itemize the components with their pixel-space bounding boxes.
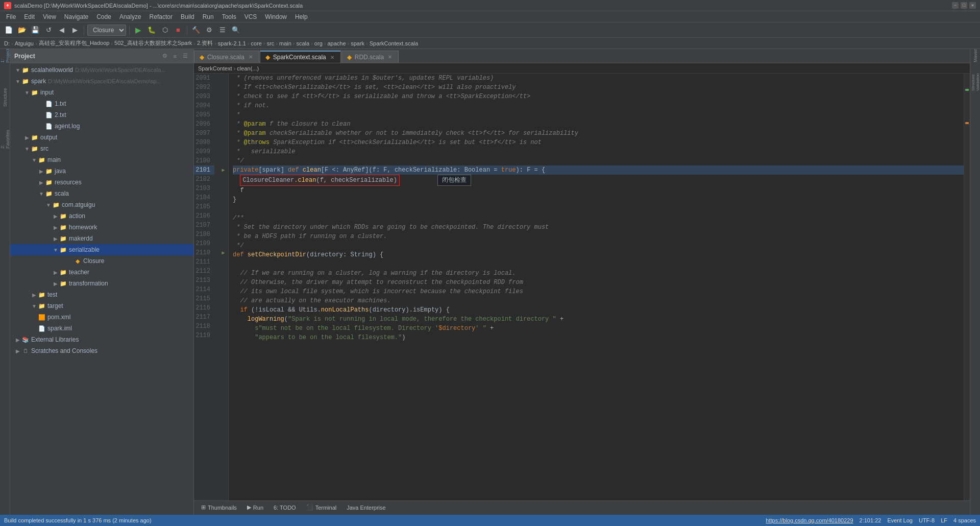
toolbar-open-btn[interactable]: 📂 [16,25,28,36]
search-btn[interactable]: 🔍 [230,25,241,36]
bc-atguigu[interactable]: Atguigu [15,40,34,46]
menu-refactor[interactable]: Refactor [145,12,177,21]
tree-item-label: scala [55,190,69,197]
tree-item-label: Closure [83,257,104,265]
bc-main[interactable]: main [279,40,291,46]
sdk-btn[interactable]: ☰ [217,25,228,36]
tree-main[interactable]: ▼ 📁 main [10,154,193,165]
tree-teacher[interactable]: ▶ 📁 teacher [10,267,193,278]
maven-tool-btn[interactable]: Maven [971,51,980,60]
menu-analyze[interactable]: Analyze [115,12,145,21]
menu-navigate[interactable]: Navigate [60,12,92,21]
menu-help[interactable]: Help [291,12,312,21]
toolbar-save-btn[interactable]: 💾 [30,25,41,36]
tree-closure[interactable]: ◆ Closure [10,255,193,267]
menu-window[interactable]: Window [261,12,291,21]
maximize-button[interactable]: □ [961,2,967,9]
run-config-dropdown[interactable]: Closure [87,25,126,36]
tree-spark[interactable]: ▼ 📁 spark D:\MyWork\WorkSpaceIDEA\scalaD… [10,76,193,87]
gear-icon[interactable]: ⚙ [161,52,169,60]
build-btn[interactable]: 🔨 [190,25,202,36]
toolbar-forward-btn[interactable]: ▶ [69,25,81,36]
tab-rdd-close[interactable]: ✕ [387,54,393,60]
stop-button[interactable]: ■ [173,25,184,36]
tree-makerdd[interactable]: ▶ 📁 makerdd [10,233,193,244]
tree-input[interactable]: ▼ 📁 input [10,87,193,98]
settings-btn[interactable]: ⚙ [204,25,215,36]
tree-test[interactable]: ▶ 📁 test [10,289,193,300]
window-controls[interactable]: − □ ✕ [952,2,976,9]
tree-2txt[interactable]: 📄 2.txt [10,109,193,121]
tab-sparkcontext-close[interactable]: ✕ [329,54,335,60]
run-with-coverage-btn[interactable]: ⬡ [159,25,170,36]
minimize-button[interactable]: − [952,2,959,9]
bc-spark[interactable]: 502_高硅谷大数据技术之Spark [114,39,192,47]
tree-1txt[interactable]: 📄 1.txt [10,98,193,109]
tree-homework[interactable]: ▶ 📁 homework [10,222,193,233]
event-log-btn[interactable]: Event Log [887,517,913,523]
bc-hadoop[interactable]: 高硅谷_安装程序包_Hadoop [39,39,110,47]
status-link[interactable]: https://blog.csdn.qq.com/40180229 [766,517,853,523]
tab-closure-close[interactable]: ✕ [248,54,254,60]
bottom-tab-terminal[interactable]: ⬛ Terminal [303,503,340,513]
toolbar-back-btn[interactable]: ◀ [56,25,67,36]
bc-apache[interactable]: apache [327,40,346,46]
tree-resources[interactable]: ▶ 📁 resources [10,177,193,188]
bc-d[interactable]: D: [4,40,10,46]
menu-tools[interactable]: Tools [218,12,240,21]
tree-action[interactable]: ▶ 📁 action [10,210,193,222]
bc-core[interactable]: core [251,40,262,46]
debug-button[interactable]: 🐛 [146,25,157,36]
bc-spark-pkg[interactable]: spark [351,40,364,46]
close-button[interactable]: ✕ [969,2,976,9]
code-content[interactable]: * (removes unreferenced variables in $ou… [229,74,964,500]
bottom-tab-run[interactable]: ▶ Run [244,503,266,513]
bc-org[interactable]: org [314,40,323,46]
settings-icon[interactable]: ☰ [181,52,189,60]
project-panel-toggle[interactable]: 1: Project [1,51,10,60]
tree-com-atguigu[interactable]: ▼ 📁 com.atguigu [10,199,193,210]
menu-run[interactable]: Run [199,12,218,21]
menu-file[interactable]: File [2,12,20,21]
bc-src[interactable]: src [267,40,275,46]
bottom-tab-thumbnails[interactable]: ⊞ Thumbnails [198,503,240,513]
tab-closure[interactable]: ◆ Closure.scala ✕ [194,51,259,63]
editor-bc-sparkcontext[interactable]: SparkContext [198,65,232,71]
bc-scala[interactable]: scala [297,40,310,46]
tree-scratches[interactable]: ▶ 🗒 Scratches and Consoles [10,345,193,356]
tree-sparkiml[interactable]: 📄 spark.iml [10,323,193,334]
menu-edit[interactable]: Edit [20,12,39,21]
bottom-tab-java-enterprise[interactable]: Java Enterprise [344,504,388,513]
tab-sparkcontext[interactable]: ◆ SparkContext.scala ✕ [260,51,341,63]
menu-vcs[interactable]: VCS [240,12,261,21]
toolbar-refresh-btn[interactable]: ↺ [43,25,54,36]
tree-pomxml[interactable]: 🟧 pom.xml [10,312,193,323]
tree-src[interactable]: ▼ 📁 src [10,143,193,154]
editor-bc-clean[interactable]: clean(...) [237,65,259,71]
run-button[interactable]: ▶ [133,25,144,36]
tree-item-label: 2.txt [55,111,66,118]
favorites-panel-toggle[interactable]: 2: Favorites [1,135,10,144]
tree-output[interactable]: ▶ 📁 output [10,132,193,143]
tree-scala[interactable]: ▼ 📁 scala [10,188,193,199]
structure-validation-btn[interactable]: Structure Validation [971,78,980,87]
menu-view[interactable]: View [39,12,60,21]
no-arrow [31,314,38,321]
bc-resources[interactable]: 2.资料 [197,39,213,47]
menu-build[interactable]: Build [177,12,199,21]
menu-code[interactable]: Code [92,12,115,21]
tree-agentlog[interactable]: 📄 agent.log [10,121,193,132]
scroll-to-icon[interactable]: ≡ [171,52,179,60]
structure-panel-toggle[interactable]: Structure [1,93,10,102]
tree-java[interactable]: ▶ 📁 java [10,165,193,177]
bottom-tab-todo[interactable]: 6: TODO [271,504,299,513]
bc-sparkcontext[interactable]: SparkContext.scala [370,40,418,46]
tree-external-libs[interactable]: ▶ 📚 External Libraries [10,334,193,345]
bc-spark211[interactable]: spark-2.1.1 [218,40,246,46]
tab-rdd[interactable]: ◆ RDD.scala ✕ [341,51,399,63]
toolbar-new-btn[interactable]: 📄 [3,25,14,36]
tree-target[interactable]: ▼ 📁 target [10,300,193,312]
tree-scalahelloworld[interactable]: ▼ 📁 scalahelloworld D:\MyWork\WorkSpaceI… [10,64,193,76]
tree-serializable[interactable]: ▼ 📁 serializable [10,244,193,255]
tree-transformation[interactable]: ▶ 📁 transformation [10,278,193,289]
